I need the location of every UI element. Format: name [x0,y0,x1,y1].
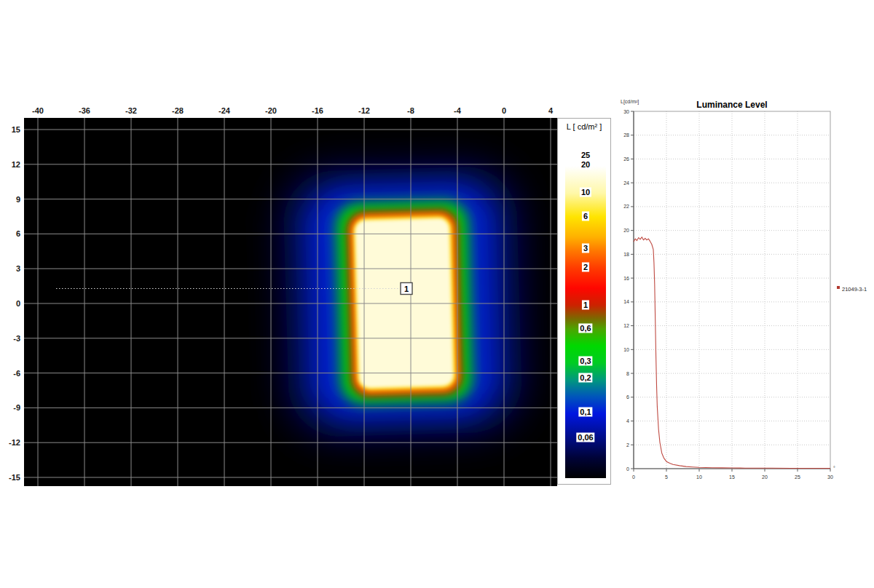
x-tick-label: -32 [125,106,137,115]
x-tick-label: 0 [502,106,506,115]
y-tick-label: 12 [12,160,20,169]
colorbar: L [ cd/m² ] 25201063210,60,30,20,10,06 [557,118,611,485]
x-tick-label: 0 [632,474,635,480]
x-tick-label: 4 [548,106,554,115]
falsecolor-generated: -40-36-32-28-24-20-16-12-8-40415129630-3… [9,106,557,486]
measure-marker[interactable]: 1 [401,283,412,295]
x-tick-label: -24 [219,106,231,115]
y-tick-label: 28 [623,132,629,138]
y-tick-label: 0 [626,466,629,472]
luminance-blob [283,166,523,438]
colorbar-title: L [ cd/m² ] [558,119,610,131]
y-tick-label: 16 [623,276,629,281]
colorbar-tick-label: 0,06 [576,433,594,442]
colorbar-tick-label: 25 [580,150,591,159]
y-tick-label: 3 [16,264,20,273]
y-tick-label: 22 [623,204,629,209]
colorbar-tick-label: 0,2 [578,373,592,383]
y-tick-label: 15 [12,125,20,134]
y-tick-label: 14 [623,299,629,304]
y-tick-label: 30 [623,109,629,114]
y-tick-label: -6 [13,369,20,378]
y-tick-label: 4 [626,418,629,424]
y-tick-label: 20 [623,228,629,233]
y-tick-label: 10 [623,347,629,352]
y-tick-label: 6 [626,394,629,400]
legend-swatch [837,286,840,289]
y-tick-label: 9 [16,195,20,204]
x-tick-label: 5 [665,474,668,480]
colorbar-tick-label: 1 [582,300,589,309]
y-tick-label: 18 [623,252,629,257]
x-tick-label: 30 [827,474,833,480]
x-tick-label: -28 [172,106,184,115]
x-tick-label: 15 [729,474,735,480]
colorbar-tick-label: 20 [580,159,591,169]
x-tick-label: -36 [79,106,90,115]
y-tick-label: -12 [9,438,20,447]
x-tick-label: 20 [762,474,768,480]
x-tick-label: -4 [454,106,462,115]
colorbar-tick-label: 2 [582,263,589,272]
x-tick-label: 25 [795,474,800,480]
colorbar-tick-label: 3 [582,244,589,253]
colorbar-tick-label: 6 [582,211,589,220]
x-tick-label: -8 [407,106,414,115]
y-tick-label: -15 [9,473,20,482]
y-tick-label: 24 [623,180,629,186]
chart-title: Luminance Level [696,100,767,110]
colorbar-tick-label: 10 [580,188,591,197]
linechart-generated: 024681012141618202224262830051015202530 [623,109,833,480]
colorbar-gradient: 25201063210,60,30,20,10,06 [565,139,606,478]
colorbar-tick-label: 0,1 [578,408,592,417]
x-tick-label: 10 [696,474,702,480]
x-tick-label: -20 [265,106,277,115]
y-tick-label: 26 [623,156,629,162]
y-tick-label: -9 [13,403,20,412]
measure-marker-label: 1 [404,285,409,293]
legend-label: 21049-3-1 [842,286,867,293]
y-tick-label: 6 [16,229,20,238]
falsecolor-map: -40-36-32-28-24-20-16-12-8-40415129630-3… [0,95,612,502]
y-tick-label: 8 [626,371,629,376]
colorbar-tick-label: 0,6 [578,324,592,333]
legend: 21049-3-1 [837,286,867,293]
y-axis-unit-label: L[cd/m²] [621,99,639,105]
luminance-level-chart: 024681012141618202224262830051015202530 … [615,95,874,491]
y-tick-label: 12 [623,323,629,328]
x-tick-label: -12 [358,106,370,115]
colorbar-tick-label: 0,3 [578,356,592,365]
y-tick-label: 0 [16,299,20,308]
x-tick-label: -16 [312,106,323,115]
luminance-measurement-screen: -40-36-32-28-24-20-16-12-8-40415129630-3… [0,0,874,588]
x-tick-label: -40 [32,106,44,115]
x-axis-unit-label: ° [833,466,835,471]
y-tick-label: -3 [13,334,20,343]
y-tick-label: 2 [626,442,629,448]
